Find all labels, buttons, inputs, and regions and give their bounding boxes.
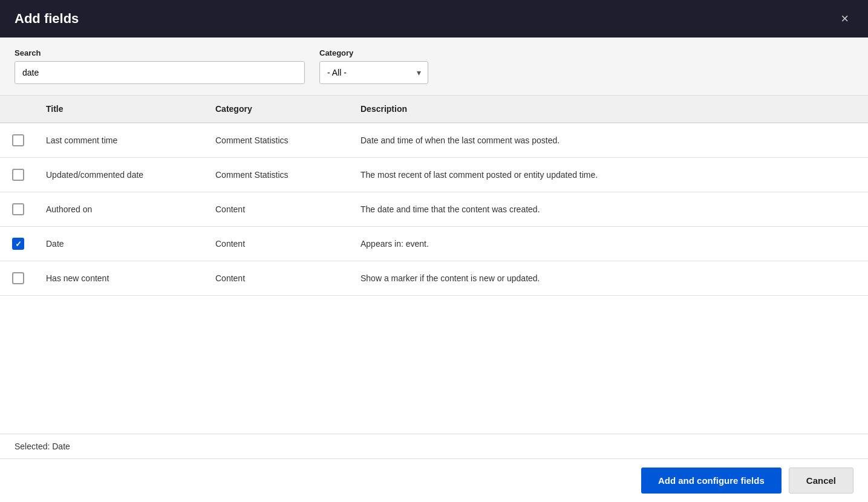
- col-header-category: Category: [206, 96, 351, 123]
- row-title: Has new content: [36, 261, 206, 296]
- row-description: Appears in: event.: [351, 227, 868, 261]
- category-group: Category - All - Comment Statistics Cont…: [319, 48, 428, 84]
- col-header-title: Title: [36, 96, 206, 123]
- row-checkbox-updated-commented-date[interactable]: [12, 169, 24, 181]
- search-bar: Search Category - All - Comment Statisti…: [0, 37, 868, 96]
- selected-text: Selected: Date: [15, 442, 70, 451]
- row-category: Content: [206, 192, 351, 227]
- row-title: Updated/commented date: [36, 158, 206, 192]
- row-category: Content: [206, 227, 351, 261]
- add-configure-button[interactable]: Add and configure fields: [641, 468, 782, 494]
- search-group: Search: [15, 48, 305, 84]
- search-input[interactable]: [15, 61, 305, 84]
- close-button[interactable]: ×: [836, 10, 853, 28]
- fields-table-area: Title Category Description Last comment …: [0, 96, 868, 434]
- row-checkbox-authored-on[interactable]: [12, 203, 24, 215]
- row-description: The date and time that the content was c…: [351, 192, 868, 227]
- row-checkbox-date[interactable]: [12, 238, 24, 250]
- table-header-row: Title Category Description: [0, 96, 868, 123]
- table-row: DateContentAppears in: event.: [0, 227, 868, 261]
- search-label: Search: [15, 48, 305, 57]
- row-description: The most recent of last comment posted o…: [351, 158, 868, 192]
- row-category: Comment Statistics: [206, 158, 351, 192]
- category-select[interactable]: - All - Comment Statistics Content Node …: [319, 61, 428, 84]
- cancel-button[interactable]: Cancel: [789, 468, 853, 494]
- row-description: Date and time of when the last comment w…: [351, 123, 868, 158]
- category-select-wrapper: - All - Comment Statistics Content Node …: [319, 61, 428, 84]
- row-checkbox-has-new-content[interactable]: [12, 272, 24, 284]
- dialog-title: Add fields: [15, 11, 79, 27]
- table-row: Updated/commented dateComment Statistics…: [0, 158, 868, 192]
- row-category: Comment Statistics: [206, 123, 351, 158]
- row-title: Last comment time: [36, 123, 206, 158]
- col-header-checkbox: [0, 96, 36, 123]
- table-row: Has new contentContentShow a marker if t…: [0, 261, 868, 296]
- row-description: Show a marker if the content is new or u…: [351, 261, 868, 296]
- dialog-header: Add fields ×: [0, 0, 868, 37]
- selected-bar: Selected: Date: [0, 434, 868, 458]
- row-title: Authored on: [36, 192, 206, 227]
- fields-table: Title Category Description Last comment …: [0, 96, 868, 296]
- table-row: Last comment timeComment StatisticsDate …: [0, 123, 868, 158]
- col-header-description: Description: [351, 96, 868, 123]
- table-row: Authored onContentThe date and time that…: [0, 192, 868, 227]
- row-title: Date: [36, 227, 206, 261]
- dialog-footer: Add and configure fields Cancel: [0, 458, 868, 502]
- category-label: Category: [319, 48, 428, 57]
- row-checkbox-last-comment-time[interactable]: [12, 134, 24, 146]
- add-fields-dialog: Add fields × Search Category - All - Com…: [0, 0, 868, 502]
- row-category: Content: [206, 261, 351, 296]
